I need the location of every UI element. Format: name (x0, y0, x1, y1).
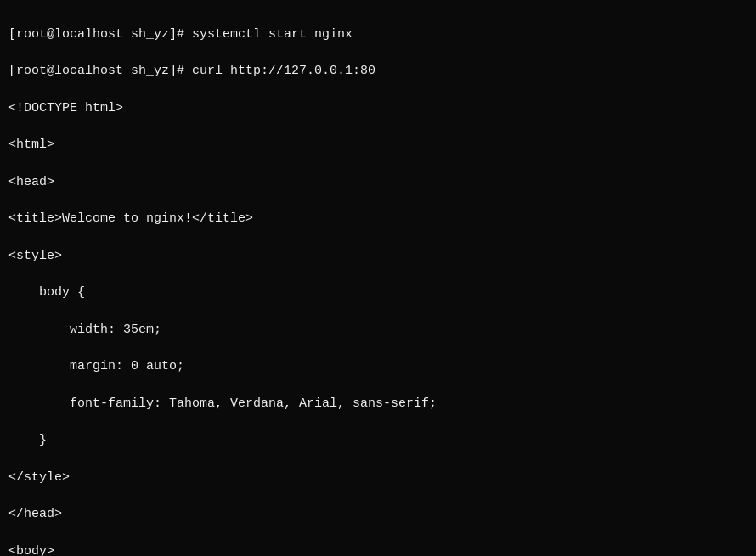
terminal-line-out2: <html> (8, 136, 748, 154)
terminal-line-out4: <title>Welcome to nginx!</title> (8, 210, 748, 228)
terminal-line-out7: width: 35em; (8, 321, 748, 340)
terminal-line-out11: </style> (8, 469, 748, 487)
terminal-line-out10: } (8, 431, 748, 450)
terminal-line-out8: margin: 0 auto; (8, 357, 748, 376)
terminal-line-out12: </head> (8, 505, 748, 524)
terminal-line-out13: <body> (8, 542, 748, 556)
terminal-line-cmd1: [root@localhost sh_yz]# systemctl start … (8, 25, 748, 44)
terminal-line-out3: <head> (8, 173, 748, 192)
terminal-line-out1: <!DOCTYPE html> (8, 99, 748, 118)
terminal-window[interactable]: [root@localhost sh_yz]# systemctl start … (0, 0, 756, 556)
terminal-line-out5: <style> (8, 247, 748, 266)
terminal-line-out9: font-family: Tahoma, Verdana, Arial, san… (8, 395, 748, 413)
terminal-line-cmd2: [root@localhost sh_yz]# curl http://127.… (8, 62, 748, 81)
terminal-line-out6: body { (8, 284, 748, 302)
